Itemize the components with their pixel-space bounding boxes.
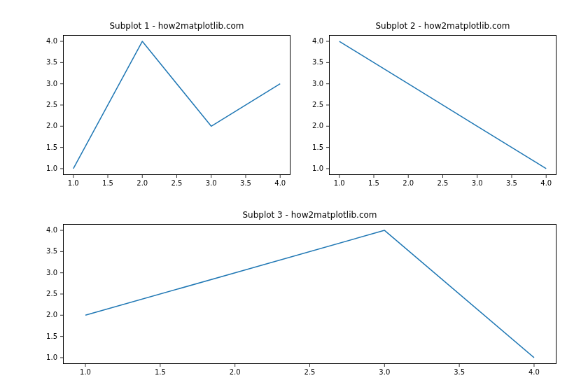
x-tick-label: 1.0 — [68, 179, 79, 187]
x-tick-label: 1.5 — [155, 368, 166, 376]
x-tick-label: 4.0 — [528, 368, 540, 376]
chart-title: Subplot 2 - how2matplotlib.com — [329, 21, 556, 31]
chart-title: Subplot 1 - how2matplotlib.com — [63, 21, 290, 31]
x-tick-label: 1.5 — [102, 179, 113, 187]
x-tick-label: 2.5 — [304, 368, 316, 376]
subplot-1: Subplot 1 - how2matplotlib.com1.01.52.02… — [63, 35, 290, 175]
x-tick-label: 3.0 — [379, 368, 390, 376]
x-tick-label: 1.0 — [334, 179, 345, 187]
x-tick-label: 3.5 — [454, 368, 465, 376]
data-line — [340, 41, 546, 169]
figure: Subplot 1 - how2matplotlib.com1.01.52.02… — [0, 0, 588, 392]
x-tick-label: 2.0 — [230, 368, 241, 376]
subplot-3: Subplot 3 - how2matplotlib.com1.01.52.02… — [63, 224, 556, 364]
x-tick-label: 3.5 — [240, 179, 251, 187]
data-line — [74, 41, 280, 169]
x-tick-label: 4.0 — [540, 179, 552, 187]
x-tick-label: 4.0 — [274, 179, 286, 187]
x-tick-label: 1.0 — [80, 368, 91, 376]
x-tick-label: 2.5 — [438, 179, 449, 187]
x-tick-label: 2.0 — [136, 179, 148, 187]
x-tick-label: 1.5 — [368, 179, 379, 187]
x-tick-label: 3.0 — [206, 179, 217, 187]
plot-area — [329, 35, 556, 175]
x-tick-label: 3.0 — [472, 179, 483, 187]
x-tick-label: 2.0 — [402, 179, 414, 187]
plot-area — [63, 224, 556, 364]
x-tick-label: 2.5 — [172, 179, 183, 187]
plot-area — [63, 35, 290, 175]
subplot-2: Subplot 2 - how2matplotlib.com1.01.52.02… — [329, 35, 556, 175]
data-line — [85, 230, 534, 358]
chart-title: Subplot 3 - how2matplotlib.com — [63, 210, 556, 220]
x-tick-label: 3.5 — [506, 179, 517, 187]
